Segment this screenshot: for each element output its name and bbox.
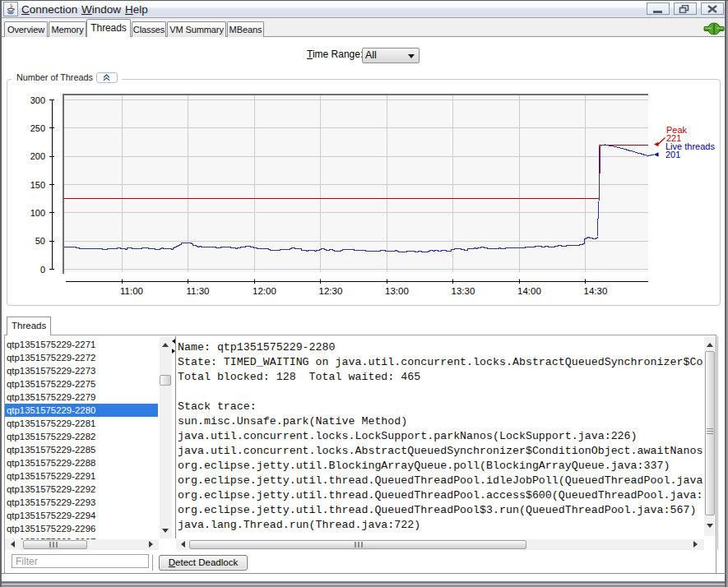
svg-text:0: 0 [40,265,45,275]
svg-text:200: 200 [30,151,45,161]
svg-text:11:30: 11:30 [187,286,210,296]
svg-text:12:00: 12:00 [253,286,276,296]
svg-text:14:00: 14:00 [517,286,541,296]
svg-text:300: 300 [30,95,45,105]
svg-text:11:00: 11:00 [120,286,143,296]
svg-text:150: 150 [30,180,45,190]
svg-text:13:00: 13:00 [385,286,409,296]
svg-text:201: 201 [665,150,680,159]
svg-text:14:30: 14:30 [584,286,608,296]
svg-text:100: 100 [30,208,45,218]
svg-text:13:30: 13:30 [452,286,475,296]
svg-text:250: 250 [30,123,45,133]
svg-text:12:30: 12:30 [319,286,343,296]
svg-text:50: 50 [35,236,45,246]
